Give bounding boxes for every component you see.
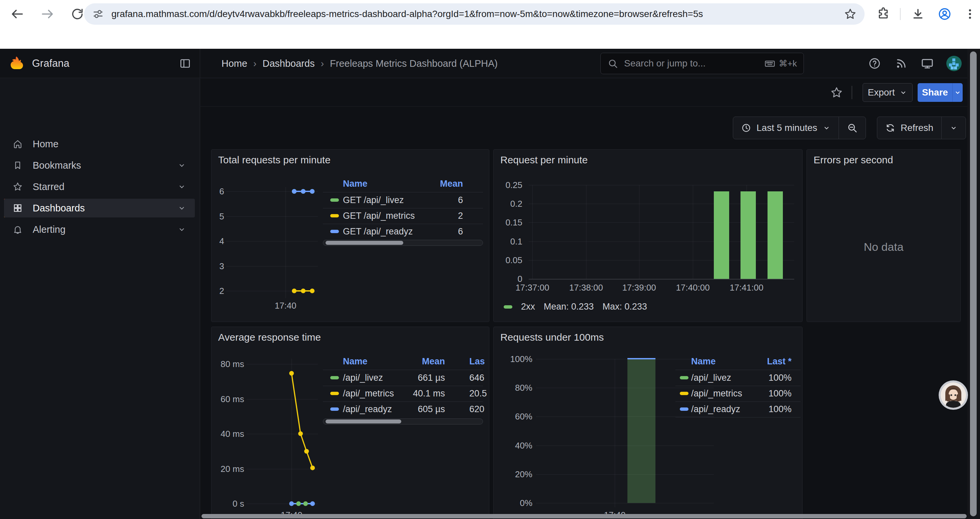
gridline xyxy=(247,434,318,434)
legend-divider xyxy=(675,370,800,370)
legend-max: Max: 0.233 xyxy=(602,302,647,312)
browser-menu-icon[interactable] xyxy=(961,5,978,23)
legend-divider xyxy=(323,386,483,386)
chevron-down-icon[interactable] xyxy=(177,182,186,191)
back-icon[interactable] xyxy=(9,5,26,23)
data-point xyxy=(303,501,308,506)
legend-value: 40.1 ms xyxy=(385,388,445,399)
help-icon[interactable] xyxy=(868,57,881,70)
url-bar[interactable]: grafana.mathmast.com/d/deytv4rwavabkb/fr… xyxy=(84,3,865,25)
y-tick-label: 0 s xyxy=(212,498,244,509)
legend-scrollbar-thumb[interactable] xyxy=(326,241,403,245)
grafana-logo[interactable] xyxy=(9,56,24,71)
brand-name: Grafana xyxy=(32,57,69,69)
legend-value: 100% xyxy=(732,388,792,399)
extensions-icon[interactable] xyxy=(875,5,892,23)
download-icon[interactable] xyxy=(909,5,927,23)
panel-title[interactable]: Errors per second xyxy=(813,154,893,166)
sidebar-item-alerting[interactable]: Alerting xyxy=(4,220,195,239)
breadcrumb: Home › Dashboards › Freeleaps Metrics Da… xyxy=(221,49,498,78)
refresh-button[interactable]: Refresh xyxy=(877,117,941,139)
total-requests-chart[interactable]: 6543217:40NameMeanGET /api/_livez6GET /a… xyxy=(212,150,489,322)
site-info-icon[interactable] xyxy=(92,8,104,20)
request-per-minute-chart[interactable]: 0.250.20.150.10.05017:37:0017:38:0017:39… xyxy=(494,150,802,322)
breadcrumb-separator: › xyxy=(321,58,324,69)
y-tick-label: 0.25 xyxy=(494,180,522,190)
legend-col-Mean[interactable]: Mean xyxy=(403,178,463,189)
legend-row-name[interactable]: GET /api/_livez xyxy=(343,195,404,205)
share-dropdown-button[interactable] xyxy=(952,83,963,102)
sidebar-nav: Home Bookmarks Starred Dashboards Alerti… xyxy=(0,78,200,519)
chevron-down-icon xyxy=(899,88,907,96)
monitor-icon[interactable] xyxy=(921,57,934,70)
gridline xyxy=(226,216,318,217)
legend-value: 6 xyxy=(403,195,463,205)
legend-divider xyxy=(323,192,483,192)
news-rss-icon[interactable] xyxy=(895,57,908,70)
data-point xyxy=(292,189,296,194)
url-text: grafana.mathmast.com/d/deytv4rwavabkb/fr… xyxy=(111,9,837,19)
grafana-app: Grafana Home › Dashboards › Freeleaps Me… xyxy=(0,49,980,519)
export-button[interactable]: Export xyxy=(862,83,913,102)
search-input[interactable]: Search or jump to... ⌘+k xyxy=(600,53,804,74)
y-tick-label: 20 ms xyxy=(212,464,244,474)
legend-scrollbar-thumb[interactable] xyxy=(326,420,401,423)
bell-icon xyxy=(13,224,23,235)
legend-value: 100% xyxy=(732,404,792,414)
legend-divider xyxy=(323,401,483,402)
bookmarks-bar: Freeleaps 收藏博客 xyxy=(0,28,980,49)
breadcrumb-home[interactable]: Home xyxy=(221,58,247,69)
legend-swatch xyxy=(330,230,339,233)
legend-col-name[interactable]: Name xyxy=(343,178,368,189)
vertical-scrollbar[interactable] xyxy=(970,51,977,516)
legend-row-name[interactable]: /api/_livez xyxy=(343,372,383,383)
brand-area: Grafana xyxy=(0,49,200,78)
breadcrumb-dashboards[interactable]: Dashboards xyxy=(262,58,315,69)
sidebar-item-starred[interactable]: Starred xyxy=(4,177,195,196)
favorite-star-icon[interactable] xyxy=(830,86,843,99)
gridline xyxy=(226,241,318,241)
legend-col-Mean[interactable]: Mean xyxy=(385,356,445,367)
legend-col-Las[interactable]: Las xyxy=(469,356,485,367)
data-point xyxy=(301,189,305,194)
avg-response-chart[interactable]: 80 ms60 ms40 ms20 ms0 s17:40NameMeanLas/… xyxy=(212,327,489,519)
time-range-picker[interactable]: Last 5 minutes xyxy=(733,117,838,139)
zoom-out-button[interactable] xyxy=(838,117,865,139)
sidebar-item-home[interactable]: Home xyxy=(4,134,195,153)
legend-series-label[interactable]: 2xx xyxy=(521,302,535,312)
legend-row-name[interactable]: GET /api/_readyz xyxy=(343,226,413,237)
gridline xyxy=(639,185,640,279)
data-point xyxy=(292,289,296,293)
sidebar-item-label: Bookmarks xyxy=(33,160,81,171)
refresh-interval-dropdown[interactable] xyxy=(941,117,966,139)
share-button[interactable]: Share xyxy=(918,83,952,102)
horizontal-scrollbar[interactable] xyxy=(202,514,967,518)
chevron-down-icon xyxy=(950,124,958,132)
keyboard-icon xyxy=(764,58,776,69)
sidebar-toggle-icon[interactable] xyxy=(179,57,191,69)
profile-icon[interactable] xyxy=(936,5,953,23)
gridline xyxy=(536,359,714,359)
assistant-avatar-overlay[interactable] xyxy=(938,380,968,410)
legend-col-name[interactable]: Name xyxy=(343,356,368,367)
chevron-down-icon[interactable] xyxy=(177,204,186,212)
sidebar-item-bookmarks[interactable]: Bookmarks xyxy=(4,156,195,175)
chevron-down-icon[interactable] xyxy=(177,161,186,170)
legend-col-Last *[interactable]: Last * xyxy=(732,356,792,367)
legend-value: 20.5 r xyxy=(469,388,489,399)
legend-col-name[interactable]: Name xyxy=(691,356,716,367)
sidebar-item-dashboards[interactable]: Dashboards xyxy=(4,199,195,217)
gridline xyxy=(532,185,533,279)
legend-row-name[interactable]: /api/_livez xyxy=(691,372,731,383)
bookmark-star-icon[interactable] xyxy=(844,8,857,21)
chevron-down-icon[interactable] xyxy=(177,225,186,234)
reload-icon[interactable] xyxy=(69,5,86,23)
x-tick-label: 17:39:00 xyxy=(614,283,664,292)
legend-swatch xyxy=(680,376,689,379)
bar xyxy=(714,192,729,279)
sidebar-item-label: Home xyxy=(33,139,58,150)
under-100ms-chart[interactable]: 100%80%60%40%20%0%17:40NameLast */api/_l… xyxy=(494,327,802,519)
gridline xyxy=(693,185,693,279)
forward-icon[interactable] xyxy=(39,5,56,23)
user-avatar[interactable] xyxy=(946,56,962,71)
